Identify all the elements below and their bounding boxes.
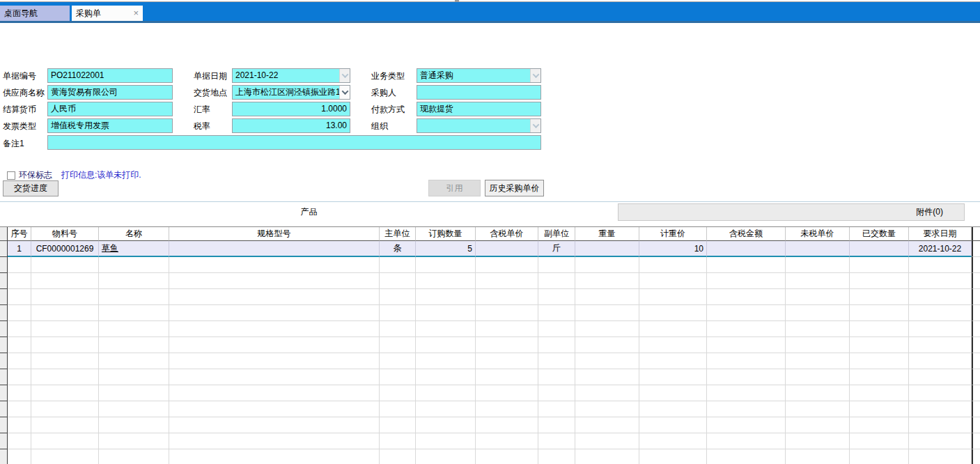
col-header-no-tax-price[interactable]: 未税单价 [786,227,850,241]
cell-weight-price[interactable]: 10 [639,241,707,257]
tab-purchase-order[interactable]: 采购单 × [72,6,143,21]
cell-spec[interactable] [169,241,380,257]
org-dropdown-icon[interactable] [530,119,540,132]
col-header-weight-price[interactable]: 计重价 [639,227,707,241]
empty-cell-weight-price [639,305,707,321]
payment-field[interactable]: 现款提货 [417,102,541,116]
col-header-weight[interactable]: 重量 [575,227,639,241]
empty-cell-weight-price [639,449,707,464]
cell-order-qty[interactable]: 5 [416,241,476,257]
col-header-tax-amount[interactable]: 含税金额 [707,227,786,241]
exchange-rate-field[interactable]: 1.0000 [232,102,350,116]
col-header-seq[interactable]: 序号 [8,227,31,241]
tax-rate-field[interactable]: 13.00 [232,118,350,133]
empty-row [0,337,980,353]
col-header-material-no[interactable]: 物料号 [31,227,99,241]
cell-seq[interactable]: 1 [8,241,31,257]
empty-cell-tax-price [476,449,538,464]
empty-cell-material-no [31,289,99,305]
empty-cell-tax-price [476,417,538,433]
empty-cell-no-tax-price [786,257,850,273]
col-header-sub-unit[interactable]: 副单位 [538,227,575,241]
cell-delivered-qty[interactable] [850,241,909,257]
empty-cell-required-date [909,433,972,449]
col-header-name[interactable]: 名称 [99,227,169,241]
biz-type-value: 普通采购 [420,70,453,80]
empty-cell-no-tax-price [786,385,850,401]
cell-no-tax-price[interactable] [786,241,850,257]
tab-product[interactable]: 产品 [0,203,618,221]
col-header-required-date[interactable]: 要求日期 [909,227,972,241]
tab-desktop-nav[interactable]: 桌面导航 [0,6,70,21]
empty-cell-weight [575,305,639,321]
empty-cell-required-date [909,257,972,273]
doc-no-field[interactable]: PO211022001 [47,68,173,83]
org-field[interactable] [417,118,541,133]
cell-required-date[interactable]: 2021-10-22 [909,241,972,257]
eco-mark-checkbox[interactable] [7,171,15,180]
empty-cell-order-qty [416,385,476,401]
currency-field[interactable]: 人民币 [47,102,173,116]
doc-date-dropdown-icon[interactable] [339,69,350,82]
empty-cell-required-date [909,353,972,369]
empty-cell-weight [575,385,639,401]
empty-cell-delivered-qty [850,385,909,401]
biz-type-field[interactable]: 普通采购 [417,68,541,83]
cell-sub-unit[interactable]: 斤 [538,241,575,257]
delivery-progress-button[interactable]: 交货进度 [3,180,59,196]
empty-cell-name [99,417,169,433]
col-header-tax-price[interactable]: 含税单价 [476,227,538,241]
detail-tab-strip: 产品 附件(0) [0,201,980,221]
empty-cell-required-date [909,337,972,353]
cell-tax-price[interactable] [476,241,538,257]
empty-cell-required-date [909,385,972,401]
empty-cell-weight [575,289,639,305]
payment-label: 付款方式 [371,102,405,116]
supplier-field[interactable]: 黄海贸易有限公司 [47,85,173,100]
close-icon[interactable]: × [133,6,139,21]
empty-cell-order-qty [416,257,476,273]
cell-tax-amount[interactable] [707,241,786,257]
grid-right-edge [972,337,980,353]
biz-type-dropdown-icon[interactable] [530,69,540,82]
col-header-order-qty[interactable]: 订购数量 [416,227,476,241]
cell-weight[interactable] [575,241,639,257]
empty-cell-spec [169,353,380,369]
cell-name[interactable]: 草鱼 [99,241,169,257]
purchaser-field[interactable] [417,85,541,100]
empty-cell-tax-price [476,337,538,353]
empty-cell-weight-price [639,353,707,369]
empty-cell-main-unit [380,401,416,417]
empty-cell-spec [169,321,380,337]
cell-material-no[interactable]: CF0000001269 [31,241,99,257]
empty-cell-weight [575,257,639,273]
empty-cell-sub-unit [538,417,575,433]
remark1-field[interactable] [47,135,541,150]
history-price-button[interactable]: 历史采购单价 [485,180,544,196]
empty-row [0,353,980,369]
col-header-spec[interactable]: 规格型号 [169,227,380,241]
tab-attachment[interactable]: 附件(0) [618,203,965,221]
delivery-place-dropdown-icon[interactable] [339,86,350,99]
purchaser-label: 采购人 [371,86,396,100]
grid-right-edge [972,257,980,273]
row-selector[interactable] [0,241,8,257]
grid-right-edge [972,353,980,369]
quote-button[interactable]: 引用 [428,180,481,196]
invoice-type-field[interactable]: 增值税专用发票 [47,118,173,133]
col-header-main-unit[interactable]: 主单位 [380,227,416,241]
doc-no-label: 单据编号 [3,69,36,83]
cell-main-unit[interactable]: 条 [380,241,416,257]
empty-row [0,401,980,417]
empty-cell-seq [8,353,31,369]
doc-date-field[interactable]: 2021-10-22 [232,68,350,83]
empty-cell-main-unit [380,321,416,337]
empty-cell-delivered-qty [850,369,909,385]
row-selector [0,353,8,369]
empty-cell-name [99,401,169,417]
delivery-place-field[interactable]: 上海市松江区洞泾镇振业路17 [232,85,350,100]
empty-cell-required-date [909,417,972,433]
items-grid: 序号物料号名称规格型号主单位订购数量含税单价副单位重量计重价含税金额未税单价已交… [0,226,980,464]
empty-cell-weight-price [639,433,707,449]
col-header-delivered-qty[interactable]: 已交数量 [850,227,909,241]
